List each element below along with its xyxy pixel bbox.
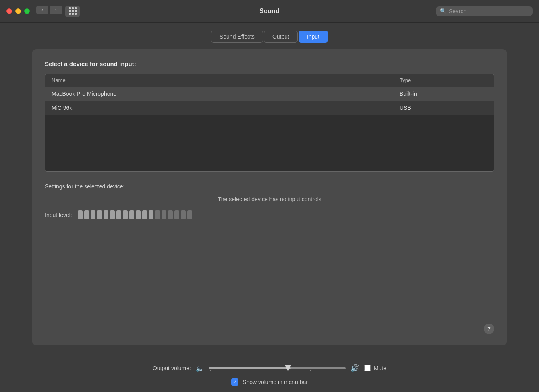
- col-type-header: Type: [393, 74, 494, 87]
- mute-label: Mute: [374, 365, 386, 371]
- titlebar: ‹ › Sound 🔍: [0, 0, 539, 23]
- volume-thumb[interactable]: [285, 365, 291, 371]
- level-bar-9: [129, 210, 134, 219]
- maximize-button[interactable]: [24, 8, 30, 14]
- col-name-header: Name: [45, 74, 393, 87]
- level-bar-10: [136, 210, 141, 219]
- volume-track-fill: [209, 367, 291, 369]
- volume-slider[interactable]: [209, 364, 346, 372]
- volume-row: Output volume: 🔈 🔊 Mute: [32, 364, 507, 373]
- input-level-row: Input level:: [45, 210, 494, 219]
- nav-buttons: ‹ ›: [36, 6, 80, 17]
- minimize-button[interactable]: [15, 8, 21, 14]
- output-volume-label: Output volume:: [153, 365, 191, 371]
- tab-output[interactable]: Output: [264, 31, 298, 43]
- settings-section: Settings for the selected device: The se…: [45, 183, 494, 226]
- device-name-cell: MacBook Pro Microphone: [45, 87, 393, 101]
- forward-icon: ›: [55, 7, 57, 13]
- table-row[interactable]: MiC 96k USB: [45, 101, 494, 115]
- level-bar-17: [181, 210, 186, 219]
- level-bar-5: [104, 210, 108, 219]
- table-row[interactable]: MacBook Pro Microphone Built-in: [45, 87, 494, 101]
- input-level-label: Input level:: [45, 212, 72, 218]
- no-controls-text: The selected device has no input control…: [45, 196, 494, 202]
- mute-checkbox[interactable]: [364, 365, 371, 371]
- tab-input[interactable]: Input: [299, 31, 328, 43]
- close-button[interactable]: [6, 8, 12, 14]
- search-icon: 🔍: [440, 8, 446, 14]
- section-title: Select a device for sound input:: [45, 60, 494, 67]
- checkmark-icon: ✓: [233, 380, 237, 384]
- back-button[interactable]: ‹: [36, 6, 48, 14]
- level-bar-6: [110, 210, 115, 219]
- level-bar-13: [155, 210, 160, 219]
- level-bar-15: [168, 210, 173, 219]
- device-type-cell: USB: [393, 101, 494, 115]
- level-bar-11: [142, 210, 147, 219]
- level-bar-7: [116, 210, 121, 219]
- mute-section: Mute: [364, 365, 386, 371]
- tick-marks: [209, 370, 346, 371]
- tick: [210, 370, 211, 371]
- search-box: 🔍: [436, 6, 533, 16]
- traffic-lights: [6, 8, 30, 14]
- level-bar-8: [123, 210, 128, 219]
- table-empty-area: [45, 115, 494, 171]
- help-button[interactable]: ?: [484, 324, 494, 334]
- level-bar-14: [162, 210, 166, 219]
- device-table: Name Type MacBook Pro Microphone Built-i…: [45, 74, 494, 172]
- show-volume-label: Show volume in menu bar: [243, 379, 308, 385]
- level-bar-3: [91, 210, 95, 219]
- level-bar-2: [84, 210, 89, 219]
- tick: [277, 370, 277, 371]
- settings-label: Settings for the selected device:: [45, 183, 494, 190]
- main-panel: Select a device for sound input: Name Ty…: [32, 49, 507, 345]
- table-header: Name Type: [45, 74, 494, 87]
- forward-button[interactable]: ›: [50, 6, 62, 14]
- device-name-cell: MiC 96k: [45, 101, 393, 115]
- volume-track: [209, 367, 346, 369]
- show-volume-row: ✓ Show volume in menu bar: [231, 378, 308, 386]
- level-bar-16: [174, 210, 179, 219]
- volume-high-icon: 🔊: [350, 364, 359, 373]
- level-bar-12: [149, 210, 153, 219]
- grid-icon: [69, 7, 77, 15]
- device-type-cell: Built-in: [393, 87, 494, 101]
- window-title: Sound: [259, 8, 280, 15]
- grid-button[interactable]: [65, 6, 80, 17]
- level-bar-18: [187, 210, 192, 219]
- content-area: Sound Effects Output Input Select a devi…: [0, 23, 539, 357]
- volume-low-icon: 🔈: [196, 365, 204, 372]
- bottom-bar: Output volume: 🔈 🔊 Mute ✓ S: [0, 357, 539, 392]
- level-bar-4: [97, 210, 102, 219]
- tick: [244, 370, 244, 371]
- show-volume-checkbox[interactable]: ✓: [231, 378, 238, 386]
- back-icon: ‹: [41, 7, 43, 13]
- tick: [310, 370, 311, 371]
- search-input[interactable]: [449, 8, 529, 14]
- tab-sound-effects[interactable]: Sound Effects: [211, 31, 263, 43]
- tick: [344, 370, 344, 371]
- level-bar-1: [78, 210, 83, 219]
- tab-bar: Sound Effects Output Input: [211, 31, 328, 43]
- level-bars: [78, 210, 192, 219]
